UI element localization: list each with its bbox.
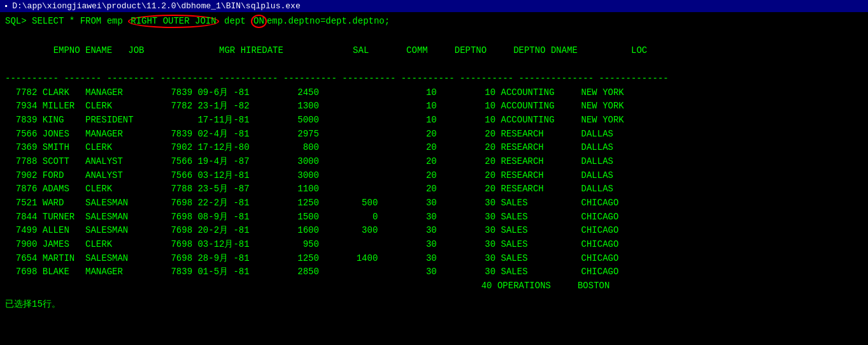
table-row: 7876 ADAMS CLERK 7788 23-5月 -87 1100 20 … xyxy=(5,182,863,196)
column-headers: EMPNO ENAME JOB MGR HIREDATE SAL COMM DE… xyxy=(5,31,863,72)
table-body: 7782 CLARK MANAGER 7839 09-6月 -81 2450 1… xyxy=(5,86,863,293)
table-row: 7698 BLAKE MANAGER 7839 01-5月 -81 2850 3… xyxy=(5,265,863,279)
table-row: 7521 WARD SALESMAN 7698 22-2月 -81 1250 5… xyxy=(5,196,863,210)
main-content: SQL> SELECT * FROM emp RIGHT OUTER JOIN … xyxy=(0,12,868,312)
results-table: EMPNO ENAME JOB MGR HIREDATE SAL COMM DE… xyxy=(5,31,863,293)
header-separator: ---------- ------- --------- ---------- … xyxy=(5,72,863,86)
table-row: 7499 ALLEN SALESMAN 7698 20-2月 -81 1600 … xyxy=(5,224,863,238)
table-row: 7782 CLARK MANAGER 7839 09-6月 -81 2450 1… xyxy=(5,86,863,100)
table-row: 7902 FORD ANALYST 7566 03-12月-81 3000 20… xyxy=(5,169,863,183)
title-path: D:\app\xiongjiawei\product\11.2.0\dbhome… xyxy=(12,1,300,11)
sql-query-line: SQL> SELECT * FROM emp RIGHT OUTER JOIN … xyxy=(5,15,863,28)
table-row: 7900 JAMES CLERK 7698 03-12月-81 950 30 3… xyxy=(5,238,863,252)
sql-prompt: SQL> xyxy=(5,16,32,26)
table-row: 7934 MILLER CLERK 7782 23-1月 -82 1300 10… xyxy=(5,99,863,114)
table-row: 7566 JONES MANAGER 7839 02-4月 -81 2975 2… xyxy=(5,128,863,142)
app-icon: ▪ xyxy=(4,2,8,11)
title-bar: ▪ D:\app\xiongjiawei\product\11.2.0\dbho… xyxy=(0,0,868,12)
right-outer-join-highlight: RIGHT OUTER JOIN xyxy=(128,15,218,28)
sql-select-part: SELECT * FROM emp xyxy=(32,16,123,26)
footer-message: 已选择15行。 xyxy=(5,298,863,310)
sql-condition-part: emp.deptno=dept.deptno; xyxy=(267,16,390,26)
table-row: 7788 SCOTT ANALYST 7566 19-4月 -87 3000 2… xyxy=(5,155,863,169)
table-row: 40 OPERATIONS BOSTON xyxy=(5,279,863,293)
on-highlight: ON xyxy=(251,15,267,28)
table-row: 7369 SMITH CLERK 7902 17-12月-80 800 20 2… xyxy=(5,141,863,155)
table-row: 7844 TURNER SALESMAN 7698 08-9月 -81 1500… xyxy=(5,210,863,224)
table-row: 7839 KING PRESIDENT 17-11月-81 5000 10 10… xyxy=(5,114,863,128)
sql-dept-part: dept xyxy=(224,16,246,26)
table-row: 7654 MARTIN SALESMAN 7698 28-9月 -81 1250… xyxy=(5,252,863,266)
